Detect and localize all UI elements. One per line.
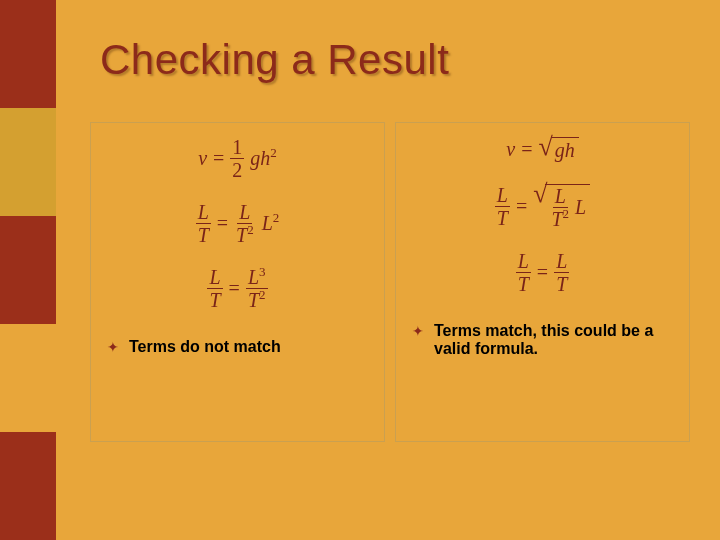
frac-LT2: L T2 <box>234 202 256 245</box>
frac-L3T2: L3 T2 <box>246 267 268 310</box>
left-eq3: L T = L3 T2 <box>207 267 267 310</box>
right-column: v = √ gh L T = √ L <box>395 122 690 442</box>
var-v: v <box>198 147 207 170</box>
left-caption: ✦ Terms do not match <box>103 338 372 356</box>
sqrt-frac: √ L T2 L <box>533 184 590 229</box>
right-eq2: L T = √ L T2 L <box>495 184 590 229</box>
left-eq1: v = 1 2 gh2 <box>198 137 277 180</box>
equals-sign: = <box>229 277 240 300</box>
tail-L: L <box>575 196 586 219</box>
right-caption: ✦ Terms match, this could be a valid for… <box>408 322 677 358</box>
left-eq2: L T = L T2 L2 <box>196 202 280 245</box>
frac-LT: L T <box>196 202 211 245</box>
left-column: v = 1 2 gh2 L T = L T2 L2 <box>90 122 385 442</box>
gh-squared: gh2 <box>250 147 277 170</box>
bullet-icon: ✦ <box>412 322 424 340</box>
equals-sign: = <box>217 212 228 235</box>
L-squared: L2 <box>262 212 280 235</box>
frac-half: 1 2 <box>230 137 244 180</box>
var-v: v <box>506 138 515 161</box>
stripe <box>0 432 56 540</box>
right-eq1: v = √ gh <box>506 137 578 162</box>
equals-sign: = <box>213 147 224 170</box>
stripe <box>0 0 56 108</box>
stripe <box>0 216 56 324</box>
side-stripes <box>0 0 56 540</box>
slide-title: Checking a Result <box>100 36 449 84</box>
frac-LT: L T <box>554 251 569 294</box>
sqrt-gh: √ gh <box>538 137 578 162</box>
columns: v = 1 2 gh2 L T = L T2 L2 <box>90 122 690 442</box>
frac-LT: L T <box>207 267 222 310</box>
stripe <box>0 108 56 216</box>
left-caption-text: Terms do not match <box>129 338 281 356</box>
frac-LT: L T <box>516 251 531 294</box>
frac-LT: L T <box>495 185 510 228</box>
right-eq3: L T = L T <box>516 251 570 294</box>
equals-sign: = <box>537 261 548 284</box>
equals-sign: = <box>521 138 532 161</box>
bullet-icon: ✦ <box>107 338 119 356</box>
stripe <box>0 324 56 432</box>
right-equations: v = √ gh L T = √ L <box>408 137 677 294</box>
frac-LT2: L T2 <box>549 186 571 229</box>
equals-sign: = <box>516 195 527 218</box>
right-caption-text: Terms match, this could be a valid formu… <box>434 322 673 358</box>
left-equations: v = 1 2 gh2 L T = L T2 L2 <box>103 137 372 310</box>
